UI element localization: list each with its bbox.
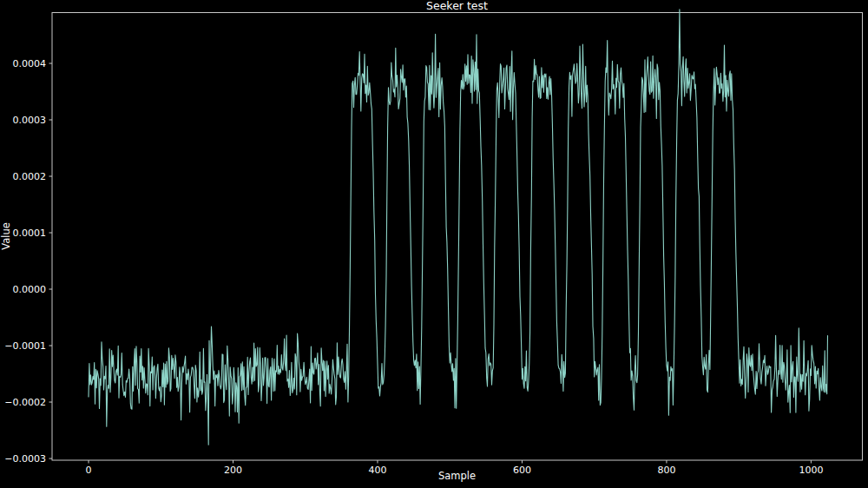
x-tick-label: 1000	[799, 465, 823, 476]
y-tick-label: −0.0002	[4, 397, 46, 408]
x-tick-label: 800	[657, 465, 675, 476]
y-axis-label: Value	[0, 222, 12, 250]
y-tick-label: 0.0004	[13, 58, 47, 69]
x-tick-label: 400	[368, 465, 386, 476]
seeker-test-chart: 02004006008001000 −0.0003−0.0002−0.00010…	[0, 0, 868, 488]
x-tick-label: 200	[224, 465, 242, 476]
y-tick-label: 0.0000	[13, 284, 47, 295]
y-axis-ticks: −0.0003−0.0002−0.00010.00000.00010.00020…	[4, 58, 52, 465]
y-tick-label: 0.0003	[13, 115, 47, 126]
figure-canvas: 02004006008001000 −0.0003−0.0002−0.00010…	[0, 0, 868, 488]
x-axis-label: Sample	[438, 470, 476, 482]
x-tick-label: 0	[86, 465, 92, 476]
x-tick-label: 600	[513, 465, 531, 476]
y-tick-label: −0.0003	[4, 453, 46, 465]
y-tick-label: 0.0001	[13, 228, 47, 239]
plot-border	[52, 13, 863, 461]
chart-title: Seeker test	[426, 0, 488, 12]
y-tick-label: −0.0001	[4, 340, 46, 352]
waveform-line	[89, 10, 828, 445]
y-tick-label: 0.0002	[13, 171, 47, 182]
